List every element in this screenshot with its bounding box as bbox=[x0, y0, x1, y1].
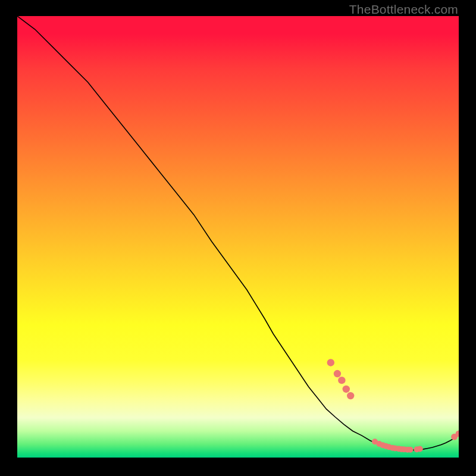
marker-point bbox=[376, 441, 382, 447]
marker-point bbox=[417, 446, 423, 452]
marker-point bbox=[383, 443, 389, 449]
marker-point bbox=[451, 434, 458, 440]
bottleneck-curve bbox=[17, 16, 459, 450]
marker-point bbox=[327, 359, 334, 366]
marker-point bbox=[343, 386, 350, 393]
marker-point bbox=[334, 370, 341, 377]
marker-point bbox=[338, 377, 345, 384]
marker-point bbox=[456, 431, 459, 437]
marker-point bbox=[390, 445, 396, 451]
marker-point bbox=[372, 439, 378, 444]
marker-point bbox=[401, 446, 407, 452]
attribution-label: TheBottleneck.com bbox=[349, 2, 458, 17]
marker-point bbox=[396, 446, 402, 452]
marker-point bbox=[392, 445, 398, 451]
marker-point bbox=[414, 446, 420, 452]
marker-point bbox=[405, 447, 411, 453]
marker-point bbox=[380, 442, 386, 448]
marker-point bbox=[347, 392, 354, 399]
marker-point bbox=[407, 447, 413, 453]
plot-area bbox=[17, 16, 459, 458]
marker-point bbox=[386, 444, 392, 450]
chart-container: TheBottleneck.com bbox=[0, 0, 476, 476]
marker-point bbox=[399, 446, 405, 452]
highlight-markers bbox=[327, 359, 459, 452]
curve-svg bbox=[17, 16, 459, 458]
